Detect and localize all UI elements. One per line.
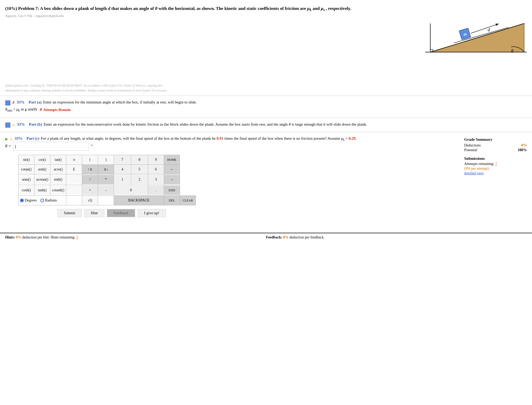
tracking-info: @theexpertta.com - tracking id: 5T88-09-…	[0, 83, 183, 93]
hint-button[interactable]: Hint	[84, 209, 104, 217]
right-arrow-btn[interactable]: →	[164, 175, 180, 184]
clear-btn[interactable]: CLEAR	[180, 196, 196, 205]
seven-btn[interactable]: 7	[114, 155, 131, 164]
left-arrow-btn[interactable]: ←	[164, 165, 180, 174]
asin-btn[interactable]: asin()	[34, 165, 50, 174]
four-btn[interactable]: 4	[114, 165, 131, 174]
degree-symbol: °	[91, 144, 93, 149]
feedback-button[interactable]: Feedback	[107, 209, 135, 217]
theta-label: θ =	[5, 144, 11, 149]
submissions-title: Submissions	[464, 156, 527, 161]
e-btn[interactable]: E	[66, 165, 82, 174]
one-btn[interactable]: 1	[114, 175, 131, 184]
empty-btn-2	[66, 185, 82, 194]
arrow-icon-c: ▶	[5, 137, 8, 141]
radians-radio[interactable]	[40, 199, 44, 202]
grade-summary-title: Grade Summary	[464, 137, 527, 142]
cosh-btn[interactable]: cosh()	[19, 186, 34, 195]
part-a-label: 33%	[17, 100, 25, 105]
sqrt-btn[interactable]: √()	[82, 196, 98, 205]
radians-option[interactable]: Radians	[40, 198, 57, 202]
cos-btn[interactable]: cos()	[34, 155, 50, 164]
cotan-btn[interactable]: cotan()	[19, 165, 34, 174]
acotan-btn[interactable]: acotan()	[34, 175, 50, 184]
rparen-btn[interactable]: )	[98, 155, 114, 164]
plus-btn[interactable]: +	[82, 186, 98, 195]
hints-remaining: 3	[76, 235, 78, 239]
part-b-text: Enter an expression for the nonconservat…	[44, 122, 527, 127]
tanh-btn[interactable]: tanh()	[34, 186, 50, 195]
part-c-text: For a plank of any length, at what angle…	[41, 136, 527, 142]
deductions-val: 0%	[521, 143, 527, 148]
del-btn[interactable]: DEL	[164, 196, 180, 205]
attempts-remain-a: ✗ Attempts Remain	[39, 108, 71, 112]
svg-text:θ: θ	[511, 48, 513, 54]
uparrow-btn[interactable]: ↑∧	[82, 165, 98, 174]
deductions-row: Deductions 0%	[464, 143, 527, 148]
eight-btn[interactable]: 8	[131, 155, 148, 164]
problem-image: d θ m	[415, 3, 529, 57]
hints-label: Hints:	[5, 235, 15, 239]
x-icon-a: ✗	[12, 101, 15, 105]
degrees-option[interactable]: Degrees	[20, 198, 37, 202]
part-a-header: ✗ 33% Part (a) Enter an expression for t…	[5, 100, 527, 106]
divider-3	[0, 132, 532, 132]
five-btn[interactable]: 5	[131, 165, 148, 174]
mu-k-val: 0.29	[349, 136, 355, 140]
lparen-btn[interactable]: (	[82, 155, 98, 164]
two-btn[interactable]: 2	[131, 175, 148, 184]
part-c-name: Part (c)	[27, 136, 39, 141]
end-btn[interactable]: END	[164, 186, 180, 195]
zero-btn[interactable]: 0	[114, 186, 148, 195]
backspace-btn[interactable]: BACKSPACE	[114, 196, 164, 205]
degrees-radio[interactable]	[20, 199, 24, 202]
divide-btn[interactable]: /	[82, 175, 98, 184]
tan-btn[interactable]: tan()	[50, 155, 66, 164]
part-b-icon	[5, 122, 10, 128]
submit-button[interactable]: Submit	[57, 209, 82, 217]
per-attempt-row: (0% per attempt)	[464, 167, 527, 171]
multiply-btn[interactable]: *	[98, 175, 114, 184]
warning-icon-b: ⚠	[12, 123, 15, 127]
attempts-val: 7	[495, 162, 497, 166]
calc-row-4: cosh() tanh() cotanh() + - 0 . END	[19, 185, 196, 196]
detail-link[interactable]: detailed view	[464, 171, 484, 175]
answer-input[interactable]	[13, 142, 89, 151]
per-attempt-label: (0% per attempt)	[464, 167, 489, 170]
degrees-label: Degrees	[25, 198, 37, 202]
pi-btn[interactable]: π	[66, 155, 82, 164]
svg-line-10	[471, 24, 498, 33]
hints-text: deduction per hint. Hints remaining:	[22, 235, 75, 239]
part-a-section: ✗ 33% Part (a) Enter an expression for t…	[0, 99, 532, 115]
six-btn[interactable]: 6	[148, 165, 164, 174]
nine-btn[interactable]: 9	[148, 155, 164, 164]
hints-bar: Hints: 0% deduction per hint. Hints rema…	[0, 233, 532, 242]
part-b-section: ⚠ 33% Part (b) Enter an expression for t…	[0, 121, 532, 129]
atan-btn[interactable]: atan()	[19, 175, 34, 184]
empty-btn-1	[66, 174, 82, 184]
minus-btn[interactable]: -	[98, 186, 114, 195]
cotanh-btn[interactable]: cotanh()	[50, 186, 66, 195]
sinh-btn[interactable]: sinh()	[50, 175, 66, 184]
problem-number: Problem 7:	[18, 6, 39, 11]
calc-table: sin() cos() tan() π ( ) 7 8 9 HOME cotan…	[18, 155, 196, 205]
divider-1	[0, 96, 532, 96]
potential-label: Potential	[464, 148, 477, 152]
action-buttons: Submit Hint Feedback I give up!	[57, 209, 527, 217]
acos-btn[interactable]: acos()	[50, 165, 66, 174]
part-a-text: Enter an expression for the minimum angl…	[43, 100, 527, 105]
home-btn[interactable]: HOME	[164, 155, 180, 164]
highlight-val: 0.91	[216, 136, 223, 140]
divider-2	[0, 118, 532, 118]
feedback-deduction: 0%	[283, 235, 289, 239]
part-a-expr: θmin = μk m g sin(θ)	[5, 107, 37, 113]
warning-icon-c: ⚠	[10, 137, 13, 141]
three-btn[interactable]: 3	[148, 175, 164, 184]
downarrow-btn[interactable]: ∧↓	[98, 165, 114, 174]
detail-row[interactable]: detailed view	[464, 171, 527, 175]
sin-btn[interactable]: sin()	[19, 155, 34, 164]
part-a-name: Part (a)	[29, 100, 42, 105]
part-c-section: ▶ ⚠ 33% Part (c) For a plank of any leng…	[0, 135, 532, 222]
give-up-button[interactable]: I give up!	[138, 209, 166, 217]
dot-btn[interactable]: .	[148, 186, 164, 195]
